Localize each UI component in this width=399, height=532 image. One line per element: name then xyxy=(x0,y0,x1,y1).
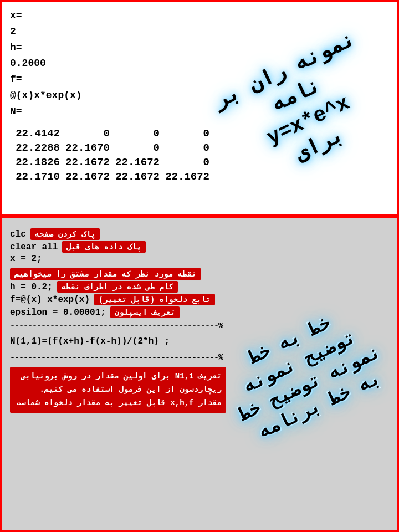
bottom-code-line: clcپاک کردن صفحه xyxy=(10,228,226,240)
code-text: clear all xyxy=(10,242,58,252)
code-line-f-val: @(x)x*exp(x) xyxy=(10,88,221,104)
top-panel: x= 2 h= 0.2000 f= @(x)x*exp(x) N= 22.414… xyxy=(0,0,399,216)
top-left-content: x= 2 h= 0.2000 f= @(x)x*exp(x) N= 22.414… xyxy=(10,8,221,185)
code-line-h: h= xyxy=(10,40,221,56)
table-cell: 22.1672 xyxy=(60,156,110,168)
table-cell: 22.1672 xyxy=(110,156,160,168)
top-watermark: نمونه ران بر نامه y=x*e^x برای xyxy=(208,2,397,214)
label-badge: تابع دلخواه (قابل تغییر) xyxy=(94,294,215,305)
table-cell: 22.1710 xyxy=(10,171,60,183)
label-badge: پاک داده های قبل xyxy=(62,241,146,253)
table-cell: 22.2288 xyxy=(10,142,60,154)
table-cell: 0 xyxy=(60,127,110,140)
formula-1: N(1,1)=(f(x+h)-f(x-h))/(2*h) ; xyxy=(10,336,226,346)
code-line-x: x= xyxy=(10,8,221,24)
table-row: 22.4142000 xyxy=(10,127,221,140)
results-table: 22.414200022.228822.16700022.182622.1672… xyxy=(10,127,221,183)
table-cell: 0 xyxy=(110,142,160,154)
table-cell: 0 xyxy=(160,156,209,168)
code-line-h-val: 0.2000 xyxy=(10,55,221,71)
bottom-left-content: clcپاک کردن صفحهclear allپاک داده های قب… xyxy=(10,224,226,413)
label-badge: نقطه مورد نظر که مقدار مشتق را میخواهیم xyxy=(10,268,201,280)
table-cell: 0 xyxy=(160,127,209,140)
table-cell: 22.1826 xyxy=(10,156,60,168)
code-text: h = 0.2; xyxy=(10,282,53,292)
table-cell: 22.4142 xyxy=(10,127,60,140)
table-cell: 22.1670 xyxy=(60,142,110,154)
watermark-top-text: نمونه ران بر نامه y=x*e^x برای xyxy=(194,19,399,198)
bottom-panel: clcپاک کردن صفحهclear allپاک داده های قب… xyxy=(0,216,399,532)
code-line-n: N= xyxy=(10,104,221,120)
code-text: clc xyxy=(10,229,26,239)
bottom-watermark: خط به خط توضیح نمونه نمونه توضیح خط به خ… xyxy=(214,218,397,530)
code-text: x = 2; xyxy=(10,254,42,264)
table-cell: 22.1672 xyxy=(160,171,209,183)
bottom-code-line: h = 0.2;کام طی شده در اطراف نقطه xyxy=(10,281,226,293)
code-text: f=@(x) x*exp(x) xyxy=(10,295,90,305)
separator-1: ----------------------------------------… xyxy=(10,321,226,331)
table-cell: 22.1672 xyxy=(110,171,160,183)
label-badge: کام طی شده در اطراف نقطه xyxy=(57,281,178,293)
code-line-f: f= xyxy=(10,71,221,88)
table-row: 22.171022.167222.167222.1672 xyxy=(10,171,221,183)
table-cell: 0 xyxy=(160,142,209,154)
bottom-code-line: clear allپاک داده های قبل xyxy=(10,241,226,253)
table-cell: 22.1672 xyxy=(60,171,110,183)
bottom-code-line: x = 2;نقطه مورد نظر که مقدار مشتق را میخ… xyxy=(10,254,226,280)
bottom-code-line: f=@(x) x*exp(x)تابع دلخواه (قابل تغییر) xyxy=(10,294,226,305)
table-cell: 0 xyxy=(110,127,160,140)
label-badge: پاک کردن صفحه xyxy=(30,228,100,240)
table-row: 22.182622.167222.16720 xyxy=(10,156,221,168)
code-text: epsilon = 0.00001; xyxy=(10,308,106,318)
table-row: 22.228822.167000 xyxy=(10,142,221,154)
bottom-code-line: epsilon = 0.00001;تعریف ایسپلون xyxy=(10,306,226,318)
label-badge: تعریف ایسپلون xyxy=(110,306,180,318)
separator-2: ----------------------------------------… xyxy=(10,353,226,362)
watermark-bottom-text: خط به خط توضیح نمونه نمونه توضیح خط به خ… xyxy=(202,293,399,456)
code-line-x-val: 2 xyxy=(10,24,221,40)
bottom-description: تعریف N1,1 برای اولین مقدار در روش برونی… xyxy=(10,367,226,413)
